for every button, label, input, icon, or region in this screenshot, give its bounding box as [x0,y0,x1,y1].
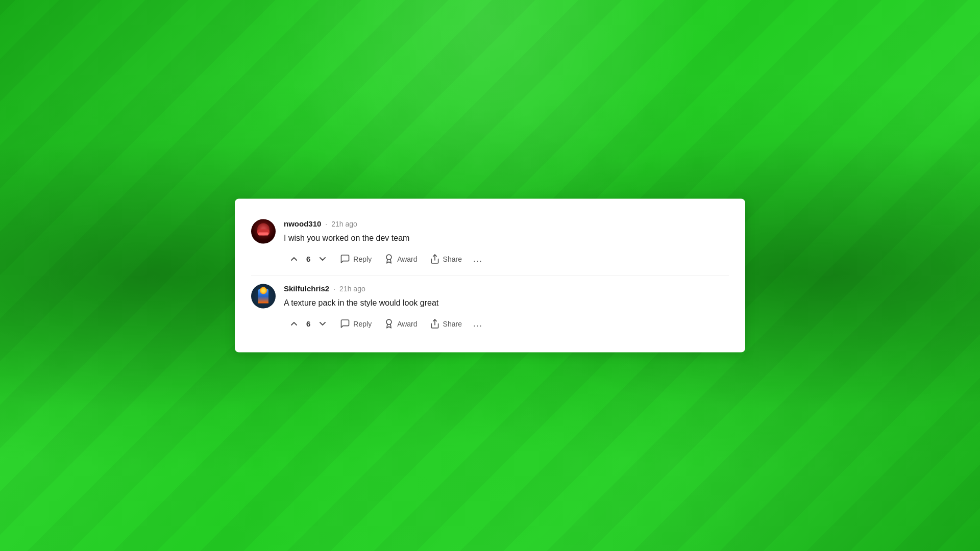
award-icon [384,318,394,329]
more-label: ... [473,318,482,329]
vote-count: 6 [305,255,311,263]
share-icon [430,254,440,264]
more-label: ... [473,254,482,264]
vote-group: 6 [284,315,333,332]
comment-body: nwood310 · 21h ago I wish you worked on … [284,219,729,267]
award-label: Award [397,319,417,328]
upvote-icon [289,254,299,264]
reply-label: Reply [353,255,372,263]
dot-separator: · [325,219,327,228]
comment-text: A texture pack in the style would look g… [284,297,729,309]
downvote-icon [317,254,328,264]
upvote-button[interactable] [284,315,304,332]
comments-card: nwood310 · 21h ago I wish you worked on … [235,199,745,353]
more-button[interactable]: ... [469,315,486,332]
reply-button[interactable]: Reply [335,251,377,267]
avatar [251,219,276,244]
timestamp: 21h ago [339,284,365,292]
vote-group: 6 [284,251,333,267]
more-button[interactable]: ... [469,251,486,267]
comment-actions: 6 Reply [284,251,729,267]
comment-item: Skilfulchris2 · 21h ago A texture pack i… [251,276,729,340]
share-label: Share [443,319,462,328]
share-icon [430,318,440,329]
comment-body: Skilfulchris2 · 21h ago A texture pack i… [284,284,729,332]
comment-text: I wish you worked on the dev team [284,232,729,244]
reply-icon [340,254,350,264]
upvote-icon [289,318,299,329]
avatar [251,284,276,309]
comment-header: Skilfulchris2 · 21h ago [284,284,729,293]
downvote-button[interactable] [312,315,333,332]
comment-header: nwood310 · 21h ago [284,219,729,228]
upvote-button[interactable] [284,251,304,267]
share-label: Share [443,255,462,263]
reply-button[interactable]: Reply [335,315,377,332]
share-button[interactable]: Share [425,315,467,332]
award-label: Award [397,255,417,263]
award-button[interactable]: Award [379,315,422,332]
award-icon [384,254,394,264]
reply-label: Reply [353,319,372,328]
dot-separator: · [333,284,335,292]
downvote-button[interactable] [312,251,333,267]
username: nwood310 [284,219,321,228]
comment-item: nwood310 · 21h ago I wish you worked on … [251,211,729,276]
share-button[interactable]: Share [425,251,467,267]
username: Skilfulchris2 [284,284,329,293]
vote-count: 6 [305,319,311,328]
downvote-icon [317,318,328,329]
award-button[interactable]: Award [379,251,422,267]
timestamp: 21h ago [331,219,357,228]
comment-actions: 6 Reply [284,315,729,332]
reply-icon [340,318,350,329]
